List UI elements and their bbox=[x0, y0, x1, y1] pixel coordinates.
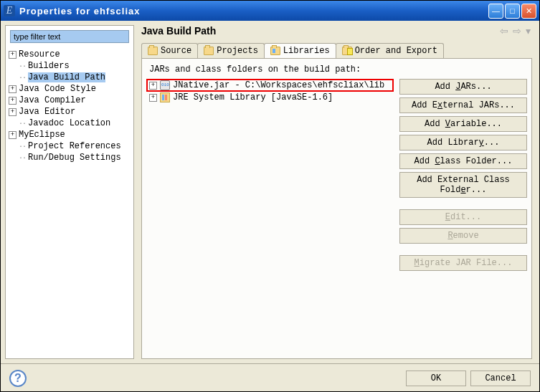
app-icon: E bbox=[4, 5, 15, 16]
tree-item-java-code-style[interactable]: +Java Code Style bbox=[9, 83, 131, 95]
tree-label: MyEclipse bbox=[19, 130, 65, 140]
add-library-button[interactable]: Add Library... bbox=[399, 135, 527, 150]
folder-icon bbox=[148, 47, 158, 55]
tree-connector: ·· bbox=[19, 74, 26, 82]
folder-icon bbox=[204, 47, 214, 55]
tree-label: Java Code Style bbox=[19, 84, 96, 94]
tabs-row: Source Projects Libraries Order and Expo… bbox=[138, 41, 535, 58]
minimize-button[interactable]: — bbox=[488, 4, 503, 19]
dialog-body: +Resource ··Builders ··Java Build Path +… bbox=[1, 21, 539, 363]
tab-content: JARs and class folders on the build path… bbox=[141, 58, 532, 359]
jars-list[interactable]: + JNative.jar - C:\Workspaces\ehfscliax\… bbox=[146, 79, 394, 354]
tree-item-java-build-path[interactable]: ··Java Build Path bbox=[9, 72, 131, 83]
help-icon[interactable]: ? bbox=[9, 370, 27, 387]
window-title: Properties for ehfscliax bbox=[19, 6, 488, 16]
navigation-pane: +Resource ··Builders ··Java Build Path +… bbox=[5, 25, 134, 359]
add-class-folder-button[interactable]: Add Class Folder... bbox=[399, 153, 527, 169]
ok-button[interactable]: OK bbox=[406, 371, 466, 386]
page-title: Java Build Path bbox=[141, 25, 498, 37]
tree-item-java-editor[interactable]: +Java Editor bbox=[9, 106, 131, 118]
tab-label: Source bbox=[161, 46, 191, 56]
content-row: + JNative.jar - C:\Workspaces\ehfscliax\… bbox=[146, 79, 527, 354]
close-button[interactable]: ✕ bbox=[521, 4, 536, 19]
jar-label: JRE System Library [JavaSE-1.6] bbox=[173, 92, 333, 102]
footer-buttons: OK Cancel bbox=[406, 371, 531, 386]
tree-item-project-references[interactable]: ··Project References bbox=[9, 140, 131, 152]
tree-item-builders[interactable]: ··Builders bbox=[9, 60, 131, 72]
tree-label: Project References bbox=[28, 141, 121, 151]
tree-connector: ·· bbox=[19, 120, 26, 128]
content-description: JARs and class folders on the build path… bbox=[146, 63, 527, 79]
expand-icon[interactable]: + bbox=[9, 85, 16, 93]
tab-order-export[interactable]: Order and Export bbox=[336, 43, 444, 58]
expand-icon[interactable]: + bbox=[9, 131, 16, 139]
remove-button: Remove bbox=[399, 228, 527, 244]
order-icon bbox=[342, 47, 352, 55]
expand-icon[interactable]: + bbox=[149, 82, 157, 90]
migrate-jar-button: Migrate JAR File... bbox=[399, 255, 527, 271]
edit-button: Edit... bbox=[399, 209, 527, 225]
tree-label: Javadoc Location bbox=[28, 118, 110, 128]
tab-label: Order and Export bbox=[355, 46, 437, 56]
forward-icon[interactable]: ⇨ bbox=[511, 25, 523, 37]
tree-item-myeclipse[interactable]: +MyEclipse bbox=[9, 129, 131, 140]
jar-icon bbox=[160, 80, 170, 90]
tree-label: Run/Debug Settings bbox=[28, 153, 121, 163]
content-header: Java Build Path ⇦ ⇨ ▾ bbox=[138, 25, 535, 41]
cancel-button[interactable]: Cancel bbox=[470, 371, 531, 386]
filter-input[interactable] bbox=[10, 30, 129, 43]
library-icon bbox=[160, 92, 170, 102]
tab-libraries[interactable]: Libraries bbox=[264, 43, 336, 58]
window-controls: — □ ✕ bbox=[488, 4, 536, 19]
buttons-column: Add JARs... Add External JARs... Add Var… bbox=[399, 79, 527, 354]
jar-item-jre[interactable]: + JRE System Library [JavaSE-1.6] bbox=[146, 92, 394, 103]
tab-label: Libraries bbox=[283, 46, 330, 56]
back-icon[interactable]: ⇦ bbox=[498, 25, 510, 37]
tree-item-javadoc-location[interactable]: ··Javadoc Location bbox=[9, 118, 131, 129]
tree-connector: ·· bbox=[19, 62, 26, 70]
tree-item-java-compiler[interactable]: +Java Compiler bbox=[9, 95, 131, 106]
tree-connector: ·· bbox=[19, 143, 26, 150]
libraries-icon bbox=[270, 47, 280, 55]
add-jars-button[interactable]: Add JARs... bbox=[399, 79, 527, 95]
dialog-footer: ? OK Cancel bbox=[1, 363, 539, 392]
jar-label: JNative.jar - C:\Workspaces\ehfscliax\li… bbox=[173, 80, 384, 90]
expand-icon[interactable]: + bbox=[9, 97, 16, 105]
maximize-button[interactable]: □ bbox=[505, 4, 520, 19]
tree-item-run-debug[interactable]: ··Run/Debug Settings bbox=[9, 152, 131, 163]
tab-projects[interactable]: Projects bbox=[197, 43, 265, 58]
content-pane: Java Build Path ⇦ ⇨ ▾ Source Projects Li… bbox=[138, 25, 535, 359]
expand-icon[interactable]: + bbox=[149, 94, 157, 102]
expand-icon[interactable]: + bbox=[9, 108, 16, 116]
nav-arrows: ⇦ ⇨ ▾ bbox=[498, 25, 532, 37]
add-external-class-folder-button[interactable]: Add External Class Folder... bbox=[399, 172, 527, 198]
dropdown-icon[interactable]: ▾ bbox=[524, 25, 532, 37]
tree-item-resource[interactable]: +Resource bbox=[9, 49, 131, 60]
tree-label: Java Compiler bbox=[19, 95, 86, 105]
tab-source[interactable]: Source bbox=[141, 43, 198, 58]
expand-icon[interactable]: + bbox=[9, 51, 16, 59]
tree-connector: ·· bbox=[19, 154, 26, 162]
tree-label: Resource bbox=[19, 49, 60, 59]
jar-item-jnative[interactable]: + JNative.jar - C:\Workspaces\ehfscliax\… bbox=[146, 79, 394, 92]
tree-label: Java Editor bbox=[19, 107, 75, 117]
add-external-jars-button[interactable]: Add External JARs... bbox=[399, 97, 527, 113]
tree-label: Builders bbox=[28, 61, 70, 71]
add-variable-button[interactable]: Add Variable... bbox=[399, 116, 527, 132]
tab-label: Projects bbox=[217, 46, 258, 56]
properties-tree: +Resource ··Builders ··Java Build Path +… bbox=[6, 47, 133, 358]
titlebar: E Properties for ehfscliax — □ ✕ bbox=[1, 1, 539, 21]
tree-label: Java Build Path bbox=[28, 72, 105, 82]
